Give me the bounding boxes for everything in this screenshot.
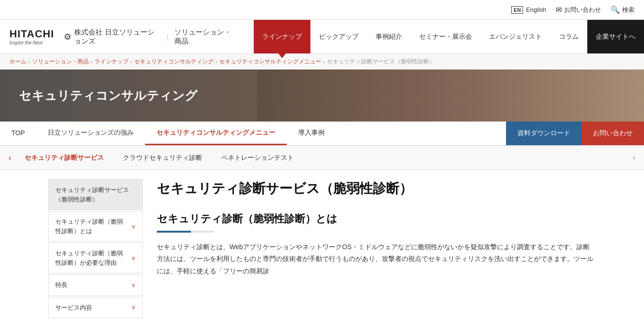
breadcrumb-sep: ›: [28, 59, 30, 65]
nav-item-seminar[interactable]: セミナー・展示会: [411, 20, 481, 53]
nav-item-casestudy[interactable]: 事例紹介: [367, 20, 411, 53]
search-link[interactable]: 🔍 検索: [610, 5, 635, 14]
section-underline: [157, 231, 214, 233]
mail-icon: ✉: [556, 5, 562, 14]
right-arrow-icon[interactable]: ›: [629, 153, 639, 163]
download-btn[interactable]: 資料ダウンロード: [506, 122, 582, 145]
sidebar-item-what-is-label: セキュリティ診断（脆弱性診断）とは: [55, 217, 129, 235]
header: HITACHI Inspire the Next ⚙ 株式会社 日立ソリューショ…: [0, 20, 644, 54]
article-body: セキュリティ診断とは、WebアプリケーションやネットワークOS・ミドルウェアなど…: [157, 241, 596, 277]
sub-nav-right: 資料ダウンロード お問い合わせ: [506, 122, 644, 145]
main-nav: ラインナップ ピックアップ 事例紹介 セミナー・展示会 エバンジェリスト コラム…: [254, 20, 644, 53]
sub-sub-nav: ‹ セキュリティ診断サービス クラウドセキュリティ診断 ペネトレーションテスト …: [0, 146, 644, 170]
top-bar: EN English ✉ お問い合わせ 🔍 検索: [0, 0, 644, 20]
sidebar-item-why-need-inner: セキュリティ診断（脆弱性診断）が必要な理由 ∨: [49, 243, 142, 273]
breadcrumb-sep: ›: [91, 59, 93, 65]
contact-label: お問い合わせ: [564, 6, 601, 14]
nav-item-column[interactable]: コラム: [550, 20, 587, 53]
breadcrumb-solutions[interactable]: ソリューション・商品: [32, 58, 89, 66]
sub-nav-left: TOP 日立ソリューションズの強み セキュリティコンサルティングメニュー 導入事…: [0, 122, 506, 145]
sub-nav: TOP 日立ソリューションズの強み セキュリティコンサルティングメニュー 導入事…: [0, 122, 644, 146]
breadcrumb-security-consulting[interactable]: セキュリティコンサルティング: [134, 58, 214, 66]
chevron-down-icon: ∨: [131, 303, 136, 312]
sub-sub-nav-items: セキュリティ診断サービス クラウドセキュリティ診断 ペネトレーションテスト: [15, 154, 629, 162]
breadcrumb: ホーム › ソリューション・商品 › ラインナップ › セキュリティコンサルティ…: [0, 54, 644, 70]
hero-background: [258, 70, 644, 122]
sidebar-item-features[interactable]: 特長 ∨: [48, 274, 143, 296]
sidebar-item-why-need-label: セキュリティ診断（脆弱性診断）が必要な理由: [55, 249, 129, 267]
breadcrumb-lineup[interactable]: ラインナップ: [94, 58, 129, 66]
breadcrumb-security-menu[interactable]: セキュリティコンサルティングメニュー: [219, 58, 321, 66]
inspire-tagline: Inspire the Next: [9, 40, 54, 45]
search-label: 検索: [622, 6, 635, 14]
hero-title: セキュリティコンサルティング: [0, 87, 216, 104]
sub-nav-top[interactable]: TOP: [0, 122, 36, 145]
hero: セキュリティコンサルティング: [0, 70, 644, 122]
en-badge: EN: [511, 6, 523, 14]
left-arrow-icon[interactable]: ‹: [5, 153, 15, 163]
breadcrumb-sep: ›: [215, 59, 217, 65]
article-title: セキュリティ診断サービス（脆弱性診断）: [157, 179, 596, 198]
main-article: セキュリティ診断サービス（脆弱性診断） セキュリティ診断（脆弱性診断）とは セキ…: [157, 179, 596, 319]
sub-nav-cases[interactable]: 導入事例: [287, 122, 336, 145]
section1-title: セキュリティ診断（脆弱性診断）とは: [157, 212, 596, 226]
sub-nav-menu[interactable]: セキュリティコンサルティングメニュー: [145, 122, 287, 145]
breadcrumb-current: セキュリティ診断サービス（脆弱性診断）: [327, 58, 435, 66]
content-area: セキュリティ診断サービス（脆弱性診断） セキュリティ診断（脆弱性診断）とは ∨ …: [39, 170, 606, 319]
sidebar-item-service-content-inner: サービス内容 ∨: [49, 297, 142, 318]
chevron-down-icon: ∨: [131, 281, 136, 289]
sub-nav-strength[interactable]: 日立ソリューションズの強み: [36, 122, 145, 145]
sidebar-item-what-is-inner: セキュリティ診断（脆弱性診断）とは ∨: [49, 211, 142, 241]
search-icon: 🔍: [610, 5, 620, 14]
pipe-divider: |: [167, 33, 169, 41]
breadcrumb-sep: ›: [323, 59, 325, 65]
language-switcher[interactable]: EN English: [511, 6, 546, 14]
sidebar-item-features-label: 特長: [55, 280, 68, 290]
sidebar-item-service-content[interactable]: サービス内容 ∨: [48, 297, 143, 319]
contact-btn[interactable]: お問い合わせ: [582, 122, 644, 145]
sidebar-item-why-need[interactable]: セキュリティ診断（脆弱性診断）が必要な理由 ∨: [48, 243, 143, 273]
sidebar-item-what-is[interactable]: セキュリティ診断（脆弱性診断）とは ∨: [48, 211, 143, 242]
logo-area: HITACHI Inspire the Next ⚙ 株式会社 日立ソリューショ…: [0, 20, 254, 53]
breadcrumb-home[interactable]: ホーム: [9, 58, 26, 66]
nav-item-evangelist[interactable]: エバンジェリスト: [481, 20, 550, 53]
contact-link[interactable]: ✉ お問い合わせ: [556, 5, 601, 14]
sub-sub-nav-cloud-diag[interactable]: クラウドセキュリティ診断: [113, 154, 212, 162]
sidebar-item-vuln-diag-label: セキュリティ診断サービス（脆弱性診断）: [55, 185, 136, 204]
gear-icon: ⚙: [64, 32, 71, 42]
sidebar-item-service-content-label: サービス内容: [55, 303, 92, 313]
chevron-down-icon: ∨: [131, 254, 136, 262]
chevron-down-icon: ∨: [131, 222, 136, 231]
sub-sub-nav-security-diag[interactable]: セキュリティ診断サービス: [15, 154, 113, 162]
sidebar-item-vuln-diag-inner: セキュリティ診断サービス（脆弱性診断）: [49, 180, 142, 209]
sidebar: セキュリティ診断サービス（脆弱性診断） セキュリティ診断（脆弱性診断）とは ∨ …: [48, 179, 143, 319]
logo[interactable]: HITACHI Inspire the Next: [9, 28, 54, 45]
nav-item-lineup[interactable]: ラインナップ: [254, 20, 310, 53]
breadcrumb-sep: ›: [130, 59, 132, 65]
company-name: ⚙ 株式会社 日立ソリューションズ | ソリューション・商品: [54, 28, 244, 46]
nav-item-corporate[interactable]: 企業サイトへ: [587, 20, 644, 53]
language-label: English: [526, 6, 546, 13]
nav-item-pickup[interactable]: ピックアップ: [310, 20, 367, 53]
sidebar-item-vuln-diag[interactable]: セキュリティ診断サービス（脆弱性診断）: [48, 179, 143, 210]
sidebar-item-features-inner: 特長 ∨: [49, 275, 142, 296]
hitachi-logo: HITACHI: [9, 28, 54, 40]
sub-sub-nav-pentest[interactable]: ペネトレーションテスト: [212, 154, 303, 162]
